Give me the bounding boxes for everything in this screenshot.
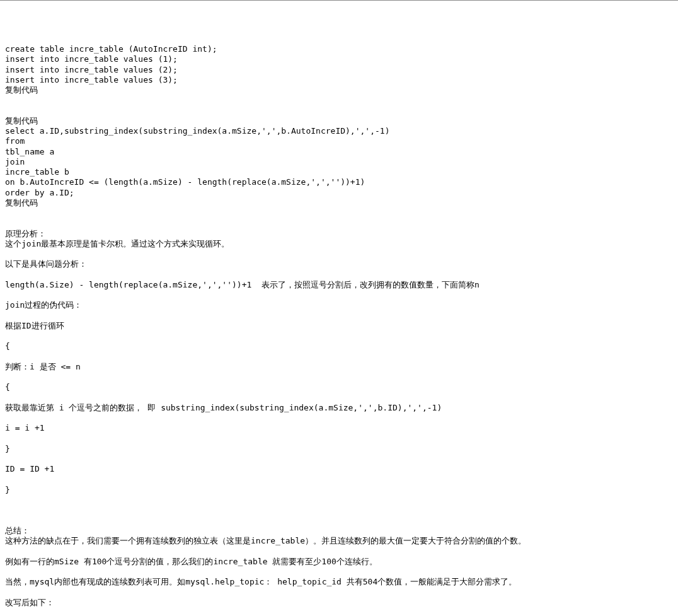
code2-line: incre_table b — [5, 167, 69, 177]
analysis-text: length(a.Size) - length(replace(a.mSize,… — [5, 280, 480, 289]
pseudo-line: i = i +1 — [5, 423, 49, 433]
pseudo-line: ID = ID +1 — [5, 464, 59, 474]
summary-heading: 总结： — [5, 526, 30, 535]
pseudo-line: { — [5, 341, 10, 351]
copy-code-label: 复制代码 — [5, 198, 38, 207]
code2-line: from — [5, 136, 30, 146]
pseudo-line: 获取最靠近第 i 个逗号之前的数据， 即 substring_index(sub… — [5, 403, 442, 412]
analysis-heading: 原理分析： — [5, 229, 46, 238]
code1-line: insert into incre_table values (3); — [5, 75, 178, 84]
analysis-text: join过程的伪代码： — [5, 300, 82, 310]
code2-line: join — [5, 157, 25, 166]
code1-line: insert into incre_table values (1); — [5, 54, 178, 64]
code2-line: tbl_name a — [5, 147, 54, 156]
pseudo-line: } — [5, 485, 10, 494]
code2-line: on b.AutoIncreID <= (length(a.mSize) - l… — [5, 177, 365, 187]
copy-code-label: 复制代码 — [5, 116, 38, 125]
summary-text: 这种方法的缺点在于，我们需要一个拥有连续数列的独立表（这里是incre_tabl… — [5, 536, 526, 545]
pseudo-line: 根据ID进行循环 — [5, 321, 64, 330]
analysis-text: 这个join最基本原理是笛卡尔积。通过这个方式来实现循环。 — [5, 239, 229, 248]
summary-text: 改写后如下： — [5, 598, 54, 607]
pseudo-line: { — [5, 382, 10, 392]
summary-text: 例如有一行的mSize 有100个逗号分割的值，那么我们的incre_table… — [5, 557, 377, 566]
analysis-text: 以下是具体问题分析： — [5, 259, 87, 269]
copy-code-label: 复制代码 — [5, 85, 38, 95]
code2-line: select a.ID,substring_index(substring_in… — [5, 126, 394, 136]
code1-line: insert into incre_table values (2); — [5, 65, 178, 74]
summary-text: 当然，mysql内部也有现成的连续数列表可用。如mysql.help_topic… — [5, 577, 517, 586]
code2-line: order by a.ID; — [5, 188, 74, 197]
pseudo-line: 判断：i 是否 <= n — [5, 362, 81, 371]
pseudo-line: } — [5, 444, 10, 453]
code1-line: create table incre_table (AutoIncreID in… — [5, 44, 217, 54]
